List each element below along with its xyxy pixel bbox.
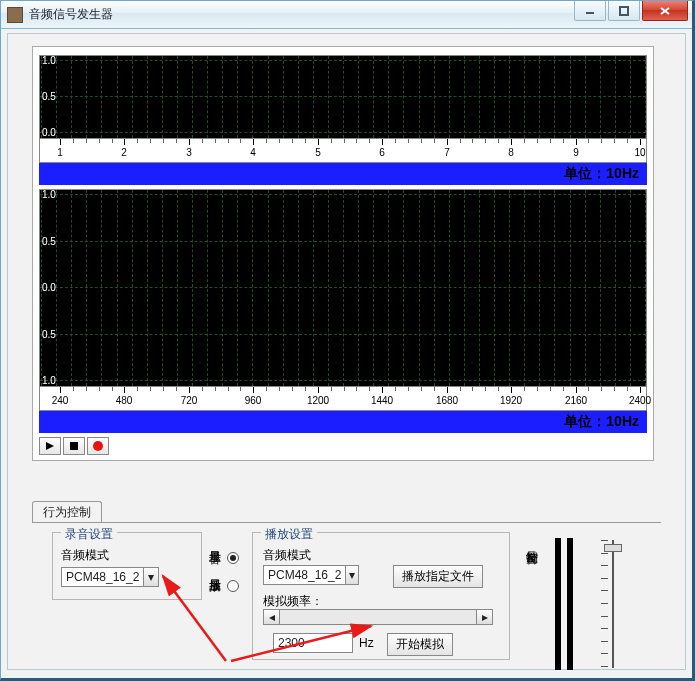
play-mode-combo[interactable]: PCM48_16_2 ▾	[263, 565, 359, 585]
play-mode-value: PCM48_16_2	[264, 568, 345, 582]
sim-freq-scrollbar[interactable]: ◂ ▸	[263, 609, 493, 625]
x-tick-label: 1440	[371, 395, 393, 406]
play-display-radio[interactable]	[227, 580, 239, 592]
app-icon	[7, 7, 23, 23]
play-icon	[45, 441, 55, 451]
x-tick-label: 10	[634, 147, 645, 158]
close-icon	[659, 6, 671, 16]
slider-rail	[612, 540, 614, 668]
sim-freq-input[interactable]: 2300	[273, 633, 353, 653]
scope-bottom-ruler: 240480720960120014401680192021602400	[39, 387, 647, 411]
tabstrip-underline	[32, 522, 661, 523]
x-tick-label: 1680	[436, 395, 458, 406]
y-tick-label: 1.0	[42, 56, 56, 66]
record-settings-legend: 录音设置	[61, 526, 117, 543]
x-tick-label: 7	[444, 147, 450, 158]
window-title: 音频信号发生器	[29, 6, 113, 23]
y-tick-label: 0.0	[42, 283, 56, 293]
playback-settings-group: 播放设置 音频模式 PCM48_16_2 ▾ 播放指定文件 模拟频率： ◂ ▸ …	[252, 532, 510, 660]
vu-meter-left	[555, 538, 561, 670]
x-tick-label: 1	[57, 147, 63, 158]
record-mode-label: 音频模式	[61, 547, 109, 564]
scope-top-unitbar: 单位：10Hz	[39, 163, 647, 185]
play-mode-label: 音频模式	[263, 547, 311, 564]
tabstrip: 行为控制	[32, 503, 102, 523]
record-mode-combo[interactable]: PCM48_16_2 ▾	[61, 567, 159, 587]
window-controls	[574, 1, 692, 28]
scroll-right-icon[interactable]: ▸	[476, 610, 492, 624]
svg-rect-5	[70, 442, 78, 450]
slider-thumb[interactable]	[604, 544, 622, 552]
y-tick-label: 0.5	[42, 237, 56, 247]
record-display-radio[interactable]	[227, 552, 239, 564]
scroll-left-icon[interactable]: ◂	[264, 610, 280, 624]
playback-settings-legend: 播放设置	[261, 526, 317, 543]
transport-controls	[39, 437, 109, 455]
stop-button[interactable]	[63, 437, 85, 455]
svg-rect-1	[620, 7, 628, 15]
x-tick-label: 480	[116, 395, 133, 406]
x-tick-label: 9	[573, 147, 579, 158]
x-tick-label: 960	[245, 395, 262, 406]
scope-panel: 1.00.50.0 12345678910 单位：10Hz 1.00.50.00…	[32, 46, 654, 461]
vu-meter-right	[567, 538, 573, 670]
x-tick-label: 240	[52, 395, 69, 406]
minimize-icon	[585, 6, 595, 16]
record-button[interactable]	[87, 437, 109, 455]
play-file-button[interactable]: 播放指定文件	[393, 565, 483, 588]
x-tick-label: 8	[508, 147, 514, 158]
window-maximize-button[interactable]	[608, 1, 640, 21]
chevron-down-icon: ▾	[143, 568, 158, 586]
x-tick-label: 3	[186, 147, 192, 158]
sim-freq-value: 2300	[278, 636, 305, 650]
sim-freq-label: 模拟频率：	[263, 593, 323, 610]
y-tick-label: 1.0	[42, 190, 56, 200]
scope-bottom-unit-label: 单位：10Hz	[564, 413, 639, 431]
start-sim-button[interactable]: 开始模拟	[387, 633, 453, 656]
x-tick-label: 2	[121, 147, 127, 158]
window-minimize-button[interactable]	[574, 1, 606, 21]
tab-behavior[interactable]: 行为控制	[32, 501, 102, 523]
scope-top: 1.00.50.0	[39, 55, 647, 139]
y-tick-label: 1.0	[42, 376, 56, 386]
display-toggle: 录音显示 播放显示	[206, 542, 242, 592]
record-settings-group: 录音设置 音频模式 PCM48_16_2 ▾	[52, 532, 202, 600]
scope-top-ruler: 12345678910	[39, 139, 647, 163]
scope-bottom-unitbar: 单位：10Hz	[39, 411, 647, 433]
y-tick-label: 0.5	[42, 92, 56, 102]
x-tick-label: 6	[379, 147, 385, 158]
x-tick-label: 1920	[500, 395, 522, 406]
x-tick-label: 1200	[307, 395, 329, 406]
x-tick-label: 2400	[629, 395, 651, 406]
sim-freq-unit: Hz	[359, 636, 374, 650]
svg-marker-4	[46, 442, 54, 450]
scope-top-unit-label: 单位：10Hz	[564, 165, 639, 183]
maximize-icon	[619, 6, 629, 16]
y-tick-label: 0.0	[42, 128, 56, 138]
play-button[interactable]	[39, 437, 61, 455]
volume-panel: 音量控制	[523, 534, 653, 674]
client-area: 1.00.50.0 12345678910 单位：10Hz 1.00.50.00…	[7, 33, 686, 670]
stop-icon	[69, 441, 79, 451]
record-mode-value: PCM48_16_2	[62, 570, 143, 584]
volume-slider[interactable]	[601, 540, 625, 668]
x-tick-label: 720	[181, 395, 198, 406]
window-close-button[interactable]	[642, 1, 688, 21]
x-tick-label: 2160	[565, 395, 587, 406]
y-tick-label: 0.5	[42, 330, 56, 340]
window-titlebar: 音频信号发生器	[1, 1, 692, 29]
scope-bottom: 1.00.50.00.51.0	[39, 189, 647, 387]
x-tick-label: 5	[315, 147, 321, 158]
chevron-down-icon: ▾	[345, 566, 358, 584]
x-tick-label: 4	[250, 147, 256, 158]
scroll-track[interactable]	[280, 610, 476, 624]
